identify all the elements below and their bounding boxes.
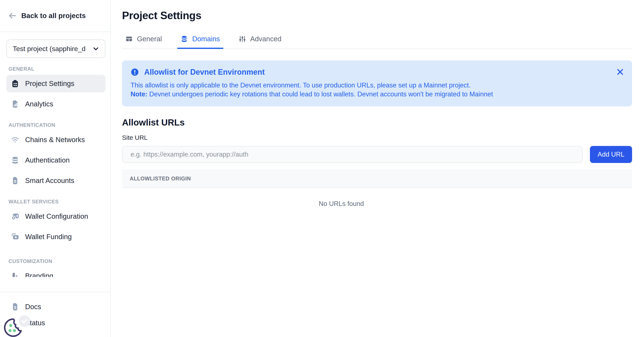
file-icon [11,177,19,185]
section-label-customization: CUSTOMIZATION [8,258,106,264]
empty-state-text: No URLs found [319,200,364,208]
sidebar-nav: Test project (sapphire_d GENERAL [0,32,110,277]
wallet-gear-icon [11,212,19,220]
main-content: Project Settings General [110,0,644,337]
banner-note-text: Devnet undergoes periodic key rotations … [147,90,493,98]
sliders-icon [239,35,246,42]
arrow-left-icon [8,12,16,20]
project-selector[interactable]: Test project (sapphire_d [6,39,106,58]
clipboard-icon [11,80,19,88]
add-url-row: Add URL [122,146,632,163]
database-icon [180,35,188,42]
sidebar-item-authentication[interactable]: Authentication [6,151,106,169]
banner-title: Allowlist for Devnet Environment [144,68,265,77]
sidebar-item-smart-accounts[interactable]: Smart Accounts [6,172,106,189]
sidebar-footer: Docs Status [0,292,110,337]
section-label-wallet-services: WALLET SERVICES [8,199,106,205]
cookie-consent-icon[interactable] [3,318,24,337]
banner-line-1: This allowlist is only applicable to the… [130,81,624,90]
app-window: Back to all projects Test project (sapph… [0,0,644,337]
tab-general[interactable]: General [122,34,165,48]
section-label-general: GENERAL [8,66,106,72]
tab-bar: General Domains [122,34,632,49]
alert-circle-icon [130,68,139,76]
sidebar-item-project-settings[interactable]: Project Settings [6,75,106,92]
sidebar-item-label: Smart Accounts [25,177,74,185]
allowlist-table-header: ALLOWLISTED ORIGIN [122,169,632,188]
sidebar-item-label: Branding [25,272,53,277]
sidebar-item-label: Project Settings [25,80,74,88]
sidebar-item-label: Authentication [25,156,70,164]
sidebar-item-label: Wallet Funding [25,233,72,241]
analytics-icon [11,100,19,108]
table-grid-icon [126,35,133,42]
tab-label: General [137,35,162,43]
allowlist-table: ALLOWLISTED ORIGIN No URLs found [122,169,632,208]
banner-body: This allowlist is only applicable to the… [130,81,624,99]
add-url-button[interactable]: Add URL [590,146,632,163]
sidebar-item-analytics[interactable]: Analytics [6,95,106,113]
tab-advanced[interactable]: Advanced [235,34,285,48]
sidebar-item-wallet-configuration[interactable]: Wallet Configuration [6,208,106,225]
site-url-label: Site URL [122,134,632,141]
page-title: Project Settings [122,9,632,22]
allowlist-heading: Allowlist URLs [122,117,632,128]
sidebar: Back to all projects Test project (sapph… [0,0,110,337]
tab-label: Domains [192,35,220,43]
sidebar-item-label: Analytics [25,100,53,108]
project-selector-value: Test project (sapphire_d [13,45,86,53]
sidebar-item-branding[interactable]: Branding [6,267,106,277]
database-icon [11,156,19,164]
back-label: Back to all projects [21,12,86,20]
tab-domains[interactable]: Domains [177,34,223,48]
site-url-input[interactable] [122,146,583,163]
sidebar-item-label: Wallet Configuration [25,212,88,220]
wifi-icon [11,136,19,144]
banner-line-2: Note: Devnet undergoes periodic key rota… [130,90,624,99]
sidebar-item-chains-networks[interactable]: Chains & Networks [6,131,106,148]
column-header-allowlisted-origin: ALLOWLISTED ORIGIN [130,176,191,182]
wallet-card-icon [11,233,19,241]
docs-file-icon [11,303,19,311]
chevron-down-icon [93,45,99,52]
sidebar-item-wallet-funding[interactable]: Wallet Funding [6,228,106,246]
docs-label: Docs [25,303,41,311]
banner-note-label: Note: [130,90,147,98]
close-icon[interactable] [616,67,625,77]
devnet-allowlist-banner: Allowlist for Devnet Environment This al… [122,60,632,106]
sidebar-item-label: Chains & Networks [25,136,85,144]
back-to-projects-button[interactable]: Back to all projects [0,0,110,32]
section-label-authentication: AUTHENTICATION [8,122,106,128]
banner-title-row: Allowlist for Devnet Environment [130,68,624,77]
branding-icon [11,272,19,277]
empty-state: No URLs found [122,188,561,208]
tab-label: Advanced [250,35,282,43]
docs-link[interactable]: Docs [6,299,103,315]
